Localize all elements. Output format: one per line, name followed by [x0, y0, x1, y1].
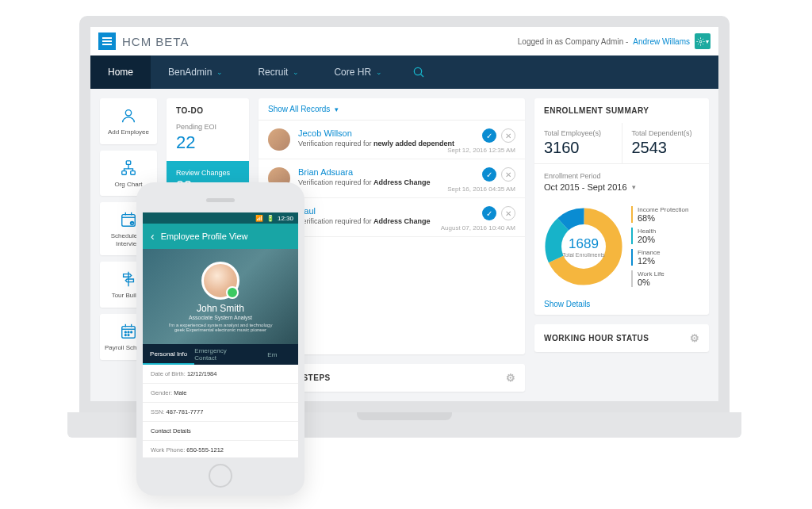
total-employees: 3160: [544, 139, 612, 157]
enrollment-donut-chart: 1689 Total Enrollments: [544, 207, 623, 286]
org-icon: [119, 159, 138, 178]
settings-button[interactable]: ▾: [695, 33, 710, 49]
enrollment-card: ENROLLMENT SUMMARY Total Employee(s) 316…: [534, 98, 709, 315]
chevron-down-icon: ▾: [632, 183, 636, 191]
svg-point-3: [125, 110, 131, 116]
donut-legend: Income Protection68% Health20% Finance12…: [631, 206, 688, 287]
phone-tabs: Personal Info Emergency Contact Em: [143, 344, 298, 365]
phone-field: Date of Birth: 12/12/1984: [143, 365, 298, 384]
phone-avatar[interactable]: [201, 262, 239, 300]
svg-rect-4: [126, 160, 131, 164]
phone-hero: John Smith Associate System Analyst I'm …: [143, 249, 298, 344]
gear-icon[interactable]: ⚙: [506, 372, 516, 384]
chevron-down-icon: ⌄: [293, 68, 299, 76]
svg-rect-5: [122, 170, 127, 174]
main-nav: Home BenAdmin⌄ Recruit⌄ Core HR⌄: [90, 55, 718, 89]
svg-point-20: [128, 335, 129, 336]
user-link[interactable]: Andrew Willams: [633, 37, 690, 46]
search-icon[interactable]: [406, 55, 431, 89]
phone-field: SSN: 487-781-7777: [143, 403, 298, 422]
gear-icon[interactable]: ⚙: [690, 332, 700, 344]
records-filter[interactable]: Show All Records ▾: [268, 105, 515, 113]
chevron-down-icon: ⌄: [376, 68, 382, 76]
working-hour-card: WORKING HOUR STATUS ⚙: [534, 324, 709, 352]
svg-point-18: [131, 331, 132, 333]
reject-button[interactable]: ✕: [501, 128, 515, 143]
enrollment-period-select[interactable]: Oct 2015 - Sept 2016 ▾: [544, 182, 699, 192]
user-icon: [119, 106, 138, 125]
svg-point-17: [128, 331, 129, 333]
svg-point-1: [414, 67, 421, 75]
svg-point-0: [699, 40, 702, 43]
calendar-icon: [119, 210, 138, 229]
topbar: HCM BETA Logged in as Company Admin - An…: [90, 27, 718, 55]
sidebar-tile-add-employee[interactable]: Add Employee: [100, 98, 157, 144]
signpost-icon: [119, 270, 138, 289]
phone-status-bar: 📶 🔋 12:30: [143, 212, 298, 224]
nav-corehr[interactable]: Core HR⌄: [316, 55, 400, 89]
avatar: [268, 128, 290, 151]
menu-icon[interactable]: [98, 33, 116, 50]
logged-in-text: Logged in as Company Admin -: [518, 37, 629, 46]
nav-benadmin[interactable]: BenAdmin⌄: [151, 55, 240, 89]
app-title: HCM BETA: [122, 35, 189, 48]
svg-point-19: [124, 335, 126, 336]
signal-icon: 📶: [255, 215, 263, 222]
todo-header: TO-DO: [167, 98, 249, 123]
svg-point-16: [124, 331, 126, 333]
phone-home-button[interactable]: [209, 464, 232, 488]
chevron-down-icon: ▾: [335, 105, 339, 113]
phone-mockup: 📶 🔋 12:30 ‹ Employee Profile View John S…: [136, 182, 304, 496]
phone-field: Gender: Male: [143, 384, 298, 403]
nav-home[interactable]: Home: [90, 55, 151, 89]
total-dependents: 2543: [632, 139, 700, 157]
approve-button[interactable]: ✓: [482, 206, 496, 220]
reject-button[interactable]: ✕: [501, 167, 515, 182]
svg-point-11: [130, 221, 135, 226]
phone-field: Work Phone: 650-555-1212: [143, 441, 298, 457]
pending-eoi-label: Pending EOI: [176, 123, 239, 131]
back-icon[interactable]: ‹: [151, 230, 155, 243]
svg-rect-6: [131, 170, 136, 174]
phone-tab-emergency[interactable]: Emergency Contact: [194, 344, 246, 365]
approve-button[interactable]: ✓: [482, 128, 496, 143]
phone-tab-personal[interactable]: Personal Info: [143, 344, 194, 365]
svg-line-2: [421, 75, 423, 77]
battery-icon: 🔋: [266, 215, 274, 222]
nav-recruit[interactable]: Recruit⌄: [240, 55, 316, 89]
record-row[interactable]: Jecob Willson Verification required for …: [259, 121, 525, 159]
phone-field-header: Contact Details: [143, 422, 298, 441]
reject-button[interactable]: ✕: [501, 206, 515, 220]
chevron-down-icon: ⌄: [216, 68, 223, 76]
show-details-link[interactable]: Show Details: [534, 293, 709, 315]
phone-header: ‹ Employee Profile View: [143, 224, 298, 249]
pending-eoi-count[interactable]: 22: [176, 132, 239, 153]
approve-button[interactable]: ✓: [482, 167, 496, 182]
calendar-icon: [119, 322, 138, 341]
phone-tab-more[interactable]: Em: [247, 344, 298, 365]
